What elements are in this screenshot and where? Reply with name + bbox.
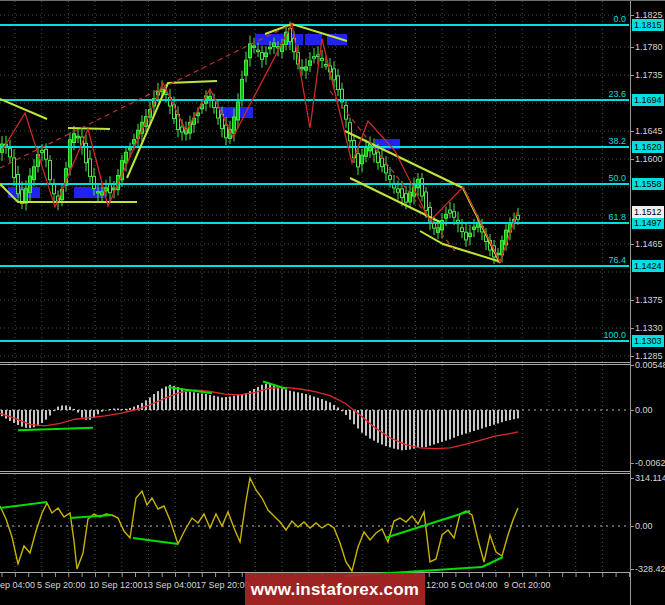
axis-tick	[631, 300, 634, 301]
fib-price-tag: 1.1558	[632, 178, 664, 190]
current-price-tag: 1.1512	[632, 206, 664, 218]
time-axis-label: 12:00	[426, 580, 449, 590]
axis-tick	[631, 569, 634, 570]
price-axis-label: 314.1148	[635, 473, 665, 483]
axis-tick	[631, 356, 634, 357]
chart-canvas[interactable]: 0.023.638.250.061.876.4100.0	[0, 1, 630, 605]
fib-price-tag: 1.1424	[632, 260, 664, 272]
panel-separators	[0, 363, 630, 573]
candlesticks	[1, 21, 520, 264]
trading-chart-window: 0.023.638.250.061.876.4100.0 1.18251.178…	[0, 0, 665, 605]
fib-price-tag: 1.1303	[632, 335, 664, 347]
fib-level-label: 38.2	[608, 136, 626, 146]
axis-tick	[631, 478, 634, 479]
axis-tick	[631, 365, 634, 366]
price-axis-label: 1.1780	[635, 42, 663, 52]
axis-tick	[631, 328, 634, 329]
price-axis-label: 1.1645	[635, 126, 663, 136]
price-axis: 1.18251.17801.17351.16451.16001.14651.13…	[630, 1, 665, 605]
time-axis-label: 9 Oct 20:00	[504, 580, 551, 590]
fib-level-label: 23.6	[608, 89, 626, 99]
watermark-banner: www.instaforex.com	[245, 573, 425, 605]
grid	[0, 1, 629, 572]
time-axis-label: ep 04:00	[0, 580, 35, 590]
price-axis-label: 1.1735	[635, 70, 663, 80]
price-axis-label: 1.1375	[635, 295, 663, 305]
price-axis-label: 1.1600	[635, 154, 663, 164]
fib-price-tag: 1.1694	[632, 94, 664, 106]
axis-tick	[631, 526, 634, 527]
price-axis-label: 0.00	[635, 521, 653, 531]
axis-tick	[631, 463, 634, 464]
fib-level-label: 0.0	[613, 14, 626, 24]
price-axis-label: 1.1465	[635, 239, 663, 249]
axis-tick	[631, 244, 634, 245]
price-axis-label: -0.00628	[635, 458, 665, 468]
fib-level-label: 76.4	[608, 255, 626, 265]
fib-level-label: 61.8	[608, 212, 626, 222]
price-axis-label: 0.00548	[635, 360, 665, 370]
axis-tick	[631, 15, 634, 16]
time-axis-label: 5 Sep 20:00	[37, 580, 86, 590]
fib-price-tag: 1.1815	[632, 19, 664, 31]
axis-tick	[631, 131, 634, 132]
fib-level-label: 100.0	[603, 330, 626, 340]
time-axis-label: 13 Sep 04:00	[143, 580, 197, 590]
price-axis-label: 0.00	[635, 405, 653, 415]
macd-histogram	[1, 384, 519, 451]
fib-price-tag: 1.1497	[632, 217, 664, 229]
axis-tick	[631, 47, 634, 48]
fib-level-label: 50.0	[608, 173, 626, 183]
oscillator-line	[0, 478, 518, 571]
price-axis-label: -328.421	[635, 564, 665, 574]
axis-tick	[631, 159, 634, 160]
price-axis-label: 1.1330	[635, 323, 663, 333]
axis-tick	[631, 410, 634, 411]
time-axis-label: 10 Sep 12:00	[89, 580, 143, 590]
fib-price-tag: 1.1620	[632, 141, 664, 153]
time-axis-label: 5 Oct 04:00	[451, 580, 498, 590]
axis-tick	[631, 75, 634, 76]
time-axis-label: 17 Sep 20:00	[196, 580, 250, 590]
